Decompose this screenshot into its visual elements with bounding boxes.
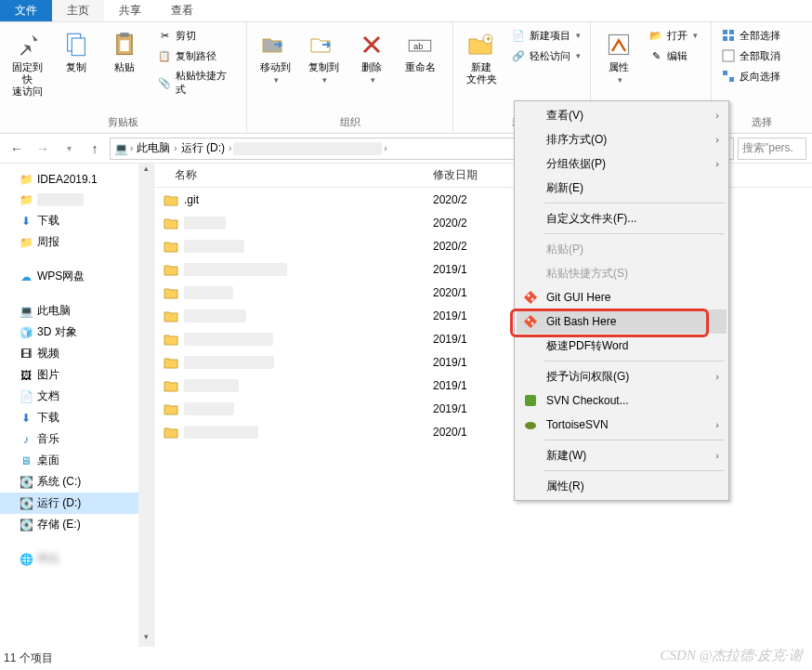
tab-home[interactable]: 主页 (52, 0, 104, 21)
pin-quick-access-button[interactable]: 固定到快 速访问 (6, 26, 50, 101)
open-label: 打开 (667, 29, 688, 43)
file-date: 2019/1 (433, 379, 502, 392)
sidebar-item-drive-d[interactable]: 💽运行 (D:) (0, 493, 153, 514)
ctx-properties[interactable]: 属性(R) (517, 474, 727, 498)
ctx-grant-access[interactable]: 授予访问权限(G)› (517, 364, 727, 388)
svg-point-18 (531, 298, 534, 301)
select-all-button[interactable]: 全部选择 (717, 26, 784, 45)
tab-view[interactable]: 查看 (156, 0, 208, 21)
search-input[interactable]: 搜索"pers. (738, 138, 806, 160)
chevron-right-icon: › (174, 143, 177, 153)
select-group-label: 选择 (717, 113, 806, 133)
tab-file[interactable]: 文件 (0, 0, 52, 21)
select-none-button[interactable]: 全部取消 (717, 46, 784, 65)
ctx-git-bash[interactable]: Git Bash Here (517, 309, 727, 334)
tortoise-icon (522, 416, 539, 433)
scroll-down-icon[interactable]: ▾ (138, 632, 153, 647)
edit-button[interactable]: ✎ 编辑 (645, 46, 701, 65)
file-date: 2020/2 (433, 193, 502, 206)
paste-shortcut-button[interactable]: 📎 粘贴快捷方式 (153, 67, 241, 99)
ctx-pdf2word[interactable]: 极速PDF转Word (517, 334, 727, 358)
nav-up-button[interactable]: ↑ (84, 138, 106, 160)
ctx-customize[interactable]: 自定义文件夹(F)... (517, 206, 727, 230)
sidebar-item-documents[interactable]: 📄文档 (0, 386, 153, 407)
ctx-git-gui[interactable]: Git GUI Here (517, 285, 727, 309)
invert-selection-button[interactable]: 反向选择 (717, 67, 784, 85)
nav-back-button[interactable]: ← (6, 138, 28, 160)
context-menu: 查看(V)› 排序方式(O)› 分组依据(P)› 刷新(E) 自定义文件夹(F)… (514, 100, 729, 501)
new-folder-button[interactable]: ✦ 新建 文件夹 (459, 26, 504, 89)
ctx-new[interactable]: 新建(W)› (517, 443, 727, 467)
crumb-drive[interactable]: 运行 (D:) (179, 140, 227, 156)
sidebar-item-downloads[interactable]: ⬇下载 (0, 210, 153, 231)
sidebar-item-drive-c[interactable]: 💽系统 (C:) (0, 471, 153, 493)
folder-icon (164, 333, 178, 346)
sidebar-item-3d-objects[interactable]: 🧊3D 对象 (0, 322, 153, 343)
sidebar-scrollbar[interactable]: ▴ ▾ (138, 164, 153, 647)
move-to-button[interactable]: 移动到 ▾ (253, 26, 297, 88)
drive-icon: 💽 (19, 475, 33, 490)
sidebar-item-downloads2[interactable]: ⬇下载 (0, 407, 153, 428)
scroll-up-icon[interactable]: ▴ (138, 164, 153, 178)
ctx-paste-shortcut: 粘贴快捷方式(S) (517, 261, 727, 285)
folder-icon (164, 217, 178, 230)
edit-label: 编辑 (667, 49, 688, 63)
sidebar-item-redacted[interactable]: 📁 (0, 190, 153, 210)
new-item-button[interactable]: 📄 新建项目▾ (507, 26, 584, 45)
chevron-right-icon: › (384, 143, 386, 153)
file-name (184, 217, 226, 230)
folder-icon (164, 356, 178, 369)
sidebar-item-desktop[interactable]: 🖥桌面 (0, 450, 153, 471)
sidebar-item-network[interactable]: 🌐网络 (0, 548, 153, 570)
cut-button[interactable]: ✂ 剪切 (153, 26, 241, 45)
ctx-sort[interactable]: 排序方式(O)› (517, 127, 727, 151)
ctx-svn-checkout[interactable]: SVN Checkout... (517, 388, 727, 413)
sidebar-item-videos[interactable]: 🎞视频 (0, 343, 153, 364)
paste-button[interactable]: 粘贴 (102, 26, 147, 77)
ctx-separator (544, 203, 725, 204)
file-name (184, 333, 273, 346)
ctx-view[interactable]: 查看(V)› (517, 103, 727, 127)
invert-label: 反向选择 (740, 70, 780, 84)
sidebar-item-weekly[interactable]: 📁周报 (0, 231, 153, 253)
sidebar: 📁IDEA2019.1 📁 ⬇下载 📁周报 ☁WPS网盘 💻此电脑 🧊3D 对象… (0, 164, 154, 647)
svn-icon (522, 392, 539, 409)
sidebar-item-pictures[interactable]: 🖼图片 (0, 364, 153, 386)
chevron-right-icon: › (715, 158, 719, 169)
ctx-group[interactable]: 分组依据(P)› (517, 151, 727, 176)
sidebar-item-music[interactable]: ♪音乐 (0, 428, 153, 450)
tree-label: WPS网盘 (37, 269, 85, 284)
download-icon: ⬇ (19, 214, 33, 229)
tab-share[interactable]: 共享 (104, 0, 156, 21)
crumb-this-pc[interactable]: 此电脑 (135, 140, 172, 156)
ctx-label: Git Bash Here (546, 315, 616, 328)
tree-label: 运行 (D:) (37, 495, 81, 511)
folder-icon: 📁 (19, 192, 33, 207)
sidebar-item-wps[interactable]: ☁WPS网盘 (0, 266, 153, 287)
svg-text:ab: ab (413, 42, 423, 51)
nav-forward-button[interactable]: → (32, 138, 54, 160)
copy-to-button[interactable]: 复制到 ▾ (301, 26, 346, 88)
open-button[interactable]: 📂 打开▾ (645, 26, 701, 45)
sidebar-item-this-pc[interactable]: 💻此电脑 (0, 300, 153, 322)
tree-label: 下载 (37, 213, 59, 229)
copy-button[interactable]: 复制 (54, 26, 98, 77)
svg-rect-10 (723, 30, 727, 34)
svg-rect-21 (525, 395, 536, 406)
properties-button[interactable]: 属性 ▾ (596, 26, 641, 88)
svg-rect-11 (729, 30, 734, 34)
ctx-label: 新建(W) (546, 448, 586, 464)
rename-button[interactable]: ab 重命名 (398, 26, 442, 77)
sidebar-item-idea[interactable]: 📁IDEA2019.1 (0, 169, 153, 190)
copy-path-button[interactable]: 📋 复制路径 (153, 46, 241, 65)
ctx-tortoise-svn[interactable]: TortoiseSVN› (517, 413, 727, 437)
delete-button[interactable]: 删除 ▾ (349, 26, 394, 88)
pc-icon: 💻 (19, 304, 33, 319)
sidebar-item-drive-e[interactable]: 💽存储 (E:) (0, 514, 153, 535)
nav-recent-button[interactable]: ▾ (58, 138, 80, 160)
ctx-refresh[interactable]: 刷新(E) (517, 176, 727, 200)
col-header-name[interactable]: 名称 (154, 167, 433, 183)
file-date: 2019/1 (433, 333, 502, 346)
easy-access-button[interactable]: 🔗 轻松访问▾ (507, 46, 584, 65)
new-folder-icon: ✦ (466, 30, 496, 59)
